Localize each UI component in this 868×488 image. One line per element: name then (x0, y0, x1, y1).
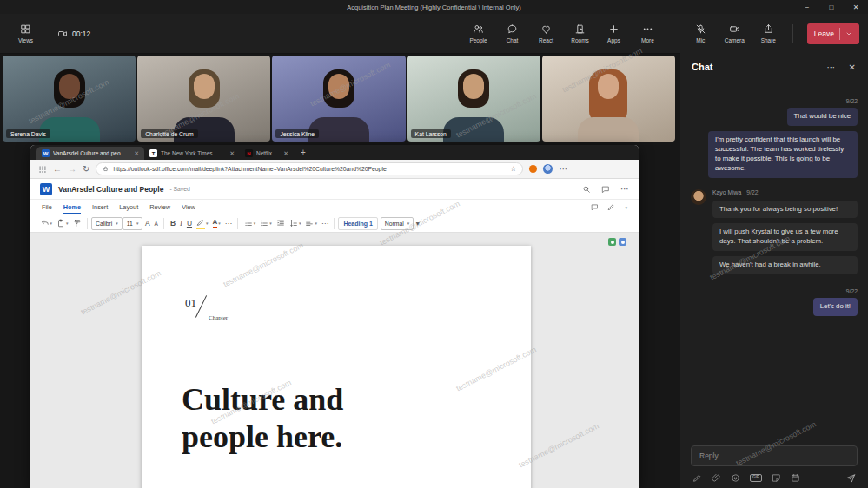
format-painter-button[interactable] (70, 216, 83, 230)
address-bar[interactable]: https://outlook-sdf.office.com/mail/deep… (96, 162, 523, 175)
video-tile-kat[interactable]: Kat Larsson (407, 56, 540, 142)
highlight-button[interactable]: ▾ (195, 216, 211, 230)
word-header: W VanArsdel Culture and People - Saved ⋯ (30, 179, 639, 200)
font-overflow-button[interactable]: ⋯ (222, 216, 234, 230)
camera-button[interactable]: Camera (718, 23, 752, 43)
formatting-toolbar: ▾ ▾ Calibri ▾ 11 ▾ A A B I U ▾ A ▾ (30, 214, 639, 233)
browser-menu-icon[interactable]: ⋯ (559, 165, 567, 174)
extension-icon[interactable] (529, 165, 537, 173)
send-icon[interactable] (846, 473, 856, 483)
tab-home[interactable]: Home (63, 200, 81, 214)
close-button[interactable]: ✕ (844, 0, 868, 14)
sender-name: Kayo Miwa (712, 189, 741, 195)
font-size-select[interactable]: 11 ▾ (123, 217, 143, 230)
italic-button[interactable]: I (178, 216, 185, 230)
minimize-button[interactable]: − (795, 0, 819, 14)
tab-layout[interactable]: Layout (119, 203, 138, 211)
react-button[interactable]: React (529, 23, 563, 43)
people-button[interactable]: People (461, 23, 495, 43)
views-button[interactable]: Views (9, 23, 43, 43)
leave-options-chevron-icon[interactable] (845, 30, 852, 37)
back-button[interactable]: ← (53, 165, 62, 174)
browser-tab-vanarsdel[interactable]: W VanArsdel Culture and peo... ✕ (36, 147, 144, 160)
leave-button[interactable]: Leave (807, 23, 859, 44)
indent-button[interactable] (274, 216, 287, 230)
message-timestamp: 9/22 (846, 98, 858, 104)
browser-tab-netflix[interactable]: N Netflix ✕ (240, 147, 294, 160)
browser-tab-nytimes[interactable]: T The New York Times ✕ (144, 147, 240, 160)
line-spacing-button[interactable]: ▾ (287, 216, 303, 230)
undo-button[interactable]: ▾ (38, 216, 55, 230)
compose-actions: GIF (691, 466, 858, 483)
new-tab-button[interactable]: + (301, 148, 306, 157)
tab-close-icon[interactable]: ✕ (134, 150, 139, 157)
share-button[interactable]: Share (752, 23, 785, 43)
search-icon[interactable] (582, 185, 591, 194)
styles-gallery-chevron[interactable]: ▾ (414, 216, 421, 230)
tab-review[interactable]: Review (149, 203, 170, 211)
style-heading1-chip[interactable]: Heading 1 (338, 217, 377, 230)
chat-label: Chat (507, 37, 519, 43)
mic-button[interactable]: Mic (684, 23, 718, 43)
browser-profile-avatar[interactable] (543, 164, 553, 174)
tab-view[interactable]: View (182, 203, 195, 211)
comments-icon[interactable] (601, 185, 610, 194)
apps-waffle-icon[interactable] (38, 165, 47, 174)
url-text: https://outlook-sdf.office.com/mail/deep… (113, 166, 506, 172)
chat-message-sent: Let's do it! (813, 298, 858, 316)
gif-icon[interactable]: GIF (750, 474, 762, 483)
avatar-kayo-miwa[interactable] (691, 189, 706, 205)
align-button[interactable]: ▾ (303, 216, 320, 230)
mic-label: Mic (696, 37, 705, 43)
bullets-button[interactable]: ▾ (242, 216, 258, 230)
bold-button[interactable]: B (168, 216, 177, 230)
chat-messages: 9/22 That would be nice I'm pretty confi… (680, 72, 868, 439)
comment-icon[interactable] (591, 203, 599, 211)
document-title[interactable]: VanArsdel Culture and People (58, 185, 163, 194)
font-name-select[interactable]: Calibri ▾ (91, 217, 123, 230)
video-tile-charlotte[interactable]: Charlotte de Crum (137, 56, 270, 142)
tab-close-icon[interactable]: ✕ (229, 150, 235, 157)
schedule-icon[interactable] (791, 473, 800, 483)
divider (792, 24, 793, 43)
share-label: Share (761, 37, 776, 43)
chat-button[interactable]: Chat (495, 23, 529, 43)
attach-icon[interactable] (712, 473, 721, 483)
font-color-button[interactable]: A ▾ (210, 216, 222, 230)
maximize-button[interactable]: □ (819, 0, 844, 14)
refresh-button[interactable]: ↻ (83, 165, 89, 174)
editing-pen-icon[interactable] (607, 203, 615, 211)
reply-input[interactable] (691, 445, 858, 466)
shrink-font-button[interactable]: A (152, 216, 160, 230)
tab-file[interactable]: File (42, 203, 52, 211)
underline-button[interactable]: U (184, 216, 194, 230)
favorite-star-icon[interactable]: ☆ (510, 165, 516, 173)
editing-chevron-icon[interactable]: ▾ (625, 205, 627, 210)
chat-more-icon[interactable]: ⋯ (827, 63, 836, 72)
video-tile-serena[interactable]: Serena Davis (3, 56, 136, 142)
coauthor-flag-green[interactable] (608, 238, 616, 246)
paragraph-overflow-button[interactable]: ⋯ (319, 216, 330, 230)
grow-font-button[interactable]: A (142, 216, 152, 230)
format-icon[interactable] (692, 473, 702, 483)
apps-button[interactable]: Apps (597, 23, 631, 43)
forward-button[interactable]: → (68, 165, 76, 174)
rooms-button[interactable]: Rooms (563, 23, 597, 43)
chat-message-received: We haven't had a break in awhile. (712, 256, 858, 274)
timer-camera-icon (57, 29, 68, 39)
chat-close-icon[interactable]: ✕ (849, 63, 856, 72)
more-button[interactable]: More (631, 23, 665, 43)
sticker-icon[interactable] (772, 473, 781, 483)
emoji-icon[interactable] (731, 473, 740, 483)
document-page[interactable]: 01 Chapter Culture and people here. (142, 246, 531, 488)
word-more-icon[interactable]: ⋯ (620, 185, 629, 194)
tab-close-icon[interactable]: ✕ (283, 150, 288, 157)
coauthor-flag-blue[interactable] (619, 238, 626, 246)
tab-title: Netflix (256, 150, 280, 156)
paste-button[interactable]: ▾ (55, 216, 71, 230)
video-tile-5[interactable] (542, 56, 675, 142)
style-normal-select[interactable]: Normal ▾ (381, 217, 414, 230)
numbering-button[interactable]: ▾ (258, 216, 275, 230)
tab-insert[interactable]: Insert (92, 203, 108, 211)
video-tile-jessica[interactable]: Jessica Kline (272, 56, 405, 142)
